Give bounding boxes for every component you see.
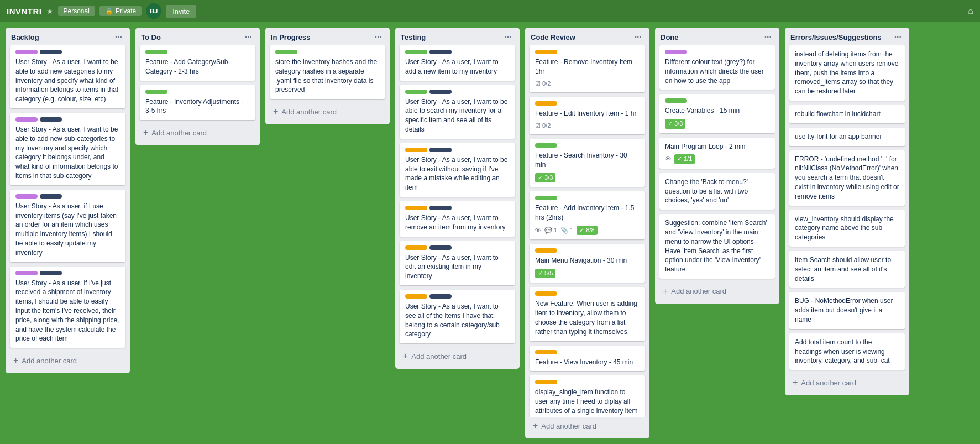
cards-container-todo: Feature - Add Category/Sub-Category - 2-…	[135, 45, 260, 124]
tag-dark-navy	[429, 50, 452, 54]
column-title-codereview: Code Review	[531, 33, 575, 41]
card[interactable]: Suggestion: combine 'Item Search' and 'V…	[659, 214, 775, 279]
board: Backlog···User Story - As a user, I want…	[0, 22, 980, 444]
column-title-testing: Testing	[401, 33, 426, 41]
card[interactable]: Feature - Add Category/Sub-Category - 2-…	[140, 45, 255, 81]
card[interactable]: User Story - As a user, I want to add a …	[400, 45, 515, 81]
add-card-button-todo[interactable]: + Add another card	[138, 124, 258, 141]
card-text: Different colour text (grey?) for inform…	[665, 58, 769, 85]
card-text: Create Variables - 15 min	[665, 106, 769, 116]
column-header-codereview: Code Review···	[525, 28, 649, 45]
card-text: Suggestion: combine 'Item Search' and 'V…	[665, 218, 769, 274]
card[interactable]: BUG - NoMethodError when user adds item …	[789, 292, 905, 328]
card[interactable]: Feature - View Inventory - 45 min	[530, 346, 645, 372]
avatar[interactable]: BJ	[146, 3, 161, 19]
add-card-button-done[interactable]: + Add another card	[657, 283, 777, 300]
tag-orange	[535, 50, 557, 54]
card[interactable]: User Story - As a user, I want to be abl…	[400, 85, 515, 139]
card[interactable]: User Story - As a user, if I use invento…	[10, 190, 125, 262]
checklist-badge-done: ✓ 1/1	[674, 154, 695, 164]
personal-badge[interactable]: Personal	[58, 6, 95, 16]
card[interactable]: store the inventory hashes and the categ…	[270, 45, 385, 99]
card[interactable]: Main Menu Navigation - 30 min✓ 5/5	[530, 244, 645, 283]
checklist-icon: ✓	[677, 155, 682, 163]
card[interactable]: instead of deleting items from the inven…	[789, 45, 905, 101]
card[interactable]: User Story - As a user, I want to be abl…	[10, 45, 125, 108]
card[interactable]: Feature - Remove Inventory Item - 1hr☑ 0…	[530, 45, 645, 92]
tag-dark-navy	[429, 90, 452, 94]
card[interactable]: view_inventory should display the catego…	[789, 210, 905, 247]
column-menu-inprogress[interactable]: ···	[373, 32, 384, 42]
card-text: Main Program Loop - 2 min	[665, 142, 769, 152]
card[interactable]: Change the 'Back to menu?' question to b…	[659, 173, 775, 210]
card[interactable]: User Story - As a user, I want to see al…	[400, 290, 515, 343]
card[interactable]: User Story - As a user, I want to edit a…	[400, 241, 515, 285]
tag-bar	[535, 101, 640, 106]
card[interactable]: User Story - As a user, if I've just rec…	[10, 267, 125, 348]
card-text: instead of deleting items from the inven…	[795, 50, 899, 96]
column-menu-codereview[interactable]: ···	[632, 32, 644, 42]
add-card-button-inprogress[interactable]: + Add another card	[268, 103, 387, 120]
card-text: display_single_item function to user any…	[535, 388, 640, 415]
tag-orange	[405, 148, 427, 152]
tag-orange	[535, 101, 557, 106]
plus-icon: +	[13, 356, 18, 365]
checklist-icon: ✓	[538, 174, 543, 182]
card-badges: ✓ 3/3	[535, 173, 640, 182]
card[interactable]: Add total item count to the headings whe…	[789, 333, 905, 370]
column-menu-backlog[interactable]: ···	[113, 32, 124, 42]
card[interactable]: Create Variables - 15 min✓ 3/3	[659, 94, 775, 133]
home-icon[interactable]: ⌂	[968, 6, 973, 16]
column-menu-errors[interactable]: ···	[892, 32, 904, 42]
card[interactable]: use tty-font for an app banner	[789, 128, 905, 146]
card[interactable]: New Feature: When user is adding item to…	[530, 287, 645, 341]
checklist-badge: ☑ 0/2	[535, 122, 551, 130]
card[interactable]: Main Program Loop - 2 min👁✓ 1/1	[659, 138, 775, 169]
column-inprogress: In Progress···store the inventory hashes…	[265, 28, 390, 124]
add-card-button-errors[interactable]: + Add another card	[787, 374, 907, 391]
card-text: New Feature: When user is adding item to…	[535, 299, 640, 336]
add-card-button-codereview[interactable]: + Add another card	[527, 417, 647, 434]
card[interactable]: ERROR - 'undefined method '+' for nil:Ni…	[789, 150, 905, 206]
tag-orange	[405, 294, 427, 299]
column-header-errors: Errors/Issues/Suggestions···	[785, 28, 909, 45]
card[interactable]: User Story - As a user, I want to be abl…	[10, 113, 125, 185]
add-card-button-testing[interactable]: + Add another card	[397, 348, 517, 364]
checklist-icon: ☑	[535, 80, 541, 88]
column-menu-todo[interactable]: ···	[243, 32, 254, 42]
card-text: BUG - NoMethodError when user adds item …	[795, 296, 899, 324]
star-icon[interactable]: ★	[46, 7, 54, 15]
add-card-button-backlog[interactable]: + Add another card	[8, 352, 128, 369]
card-text: Feature - Search Inventory - 30 min	[535, 151, 640, 170]
comment-icon: 💬	[544, 226, 552, 234]
card[interactable]: Item Search should allow user to select …	[789, 251, 905, 288]
invite-button[interactable]: Invite	[166, 5, 196, 18]
card[interactable]: display_single_item function to user any…	[530, 375, 645, 417]
plus-icon: +	[143, 128, 148, 138]
tag-bar	[535, 143, 640, 148]
card[interactable]: Feature - Edit Inventory Item - 1 hr☑ 0/…	[530, 97, 645, 134]
card-badges: ☑ 0/2	[535, 122, 640, 130]
card-text: User Story - As a user, I want to edit a…	[405, 253, 510, 281]
card[interactable]: User Story - As a user, I want to be abl…	[400, 143, 515, 197]
card[interactable]: Different colour text (grey?) for inform…	[659, 45, 775, 90]
tag-green	[405, 90, 427, 94]
tag-bar	[535, 196, 640, 200]
tag-bar	[665, 50, 769, 54]
card[interactable]: rebuild flowchart in lucidchart	[789, 105, 905, 123]
card[interactable]: Feature - Inventory Adjustments - 3-5 hr…	[140, 85, 255, 121]
card[interactable]: Feature - Add Inventory Item - 1.5 hrs (…	[530, 191, 645, 239]
card-text: User Story - As a user, I want to see al…	[405, 302, 510, 339]
private-badge[interactable]: 🔒 Private	[99, 6, 142, 16]
checklist-badge-done: ✓ 5/5	[535, 269, 555, 278]
column-todo: To Do···Feature - Add Category/Sub-Categ…	[135, 28, 260, 145]
column-menu-testing[interactable]: ···	[502, 32, 514, 42]
tag-orange	[535, 248, 557, 253]
card[interactable]: Feature - Search Inventory - 30 min✓ 3/3	[530, 139, 645, 187]
card[interactable]: User Story - As a user, I want to remove…	[400, 201, 515, 237]
card-badges: ✓ 3/3	[665, 119, 769, 128]
tag-bar	[15, 271, 120, 275]
checklist-icon: ✓	[668, 119, 673, 128]
cards-container-codereview: Feature - Remove Inventory Item - 1hr☑ 0…	[525, 45, 649, 417]
column-menu-done[interactable]: ···	[762, 32, 774, 42]
